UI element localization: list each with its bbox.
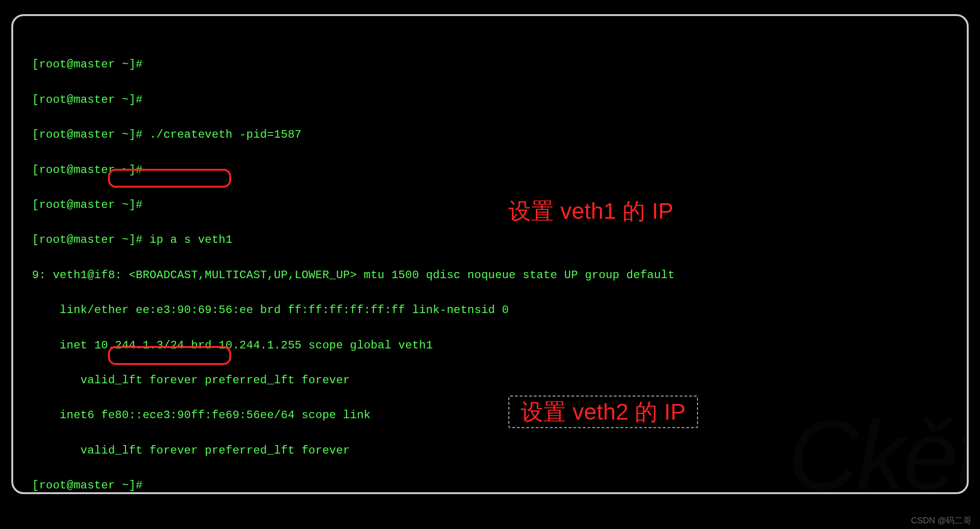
prompt: [root@master ~]# — [32, 233, 142, 246]
csdn-watermark: CSDN @码二哥 — [911, 515, 972, 526]
prompt-line: [root@master ~]# — [32, 56, 948, 73]
output-text: inet — [32, 339, 94, 352]
prompt-line: [root@master ~]# — [32, 477, 948, 494]
command-text: ip a s veth1 — [149, 233, 233, 246]
prompt: [root@master ~]# — [32, 479, 142, 492]
command-text: ./createveth -pid=1587 — [149, 128, 301, 141]
output-text: brd 10.244.1.255 scope global veth1 — [184, 339, 432, 352]
output-line: inet6 fe80::ece3:90ff:fe69:56ee/64 scope… — [32, 406, 948, 424]
veth1-ip: 10.244.1.3/24 — [94, 339, 184, 352]
prompt: [root@master ~]# — [32, 164, 142, 176]
command-line: [root@master ~]# ip a s veth1 — [32, 231, 948, 248]
prompt-line: [root@master ~]# — [32, 161, 948, 179]
output-line: valid_lft forever preferred_lft forever — [32, 442, 948, 459]
prompt: [root@master ~]# — [32, 128, 142, 141]
output-line: valid_lft forever preferred_lft forever — [32, 372, 948, 389]
output-line: 9: veth1@if8: <BROADCAST,MULTICAST,UP,LO… — [32, 266, 948, 284]
output-line: link/ether ee:e3:90:69:56:ee brd ff:ff:f… — [32, 301, 948, 319]
prompt: [root@master ~]# — [32, 58, 142, 71]
terminal-window[interactable]: Ckět [root@master ~]# [root@master ~]# [… — [11, 14, 969, 494]
prompt: [root@master ~]# — [32, 93, 142, 106]
prompt: [root@master ~]# — [32, 198, 142, 211]
prompt-line: [root@master ~]# — [32, 196, 948, 214]
prompt-line: [root@master ~]# — [32, 91, 948, 108]
output-line: inet 10.244.1.3/24 brd 10.244.1.255 scop… — [32, 337, 948, 354]
command-line: [root@master ~]# ./createveth -pid=1587 — [32, 126, 948, 143]
